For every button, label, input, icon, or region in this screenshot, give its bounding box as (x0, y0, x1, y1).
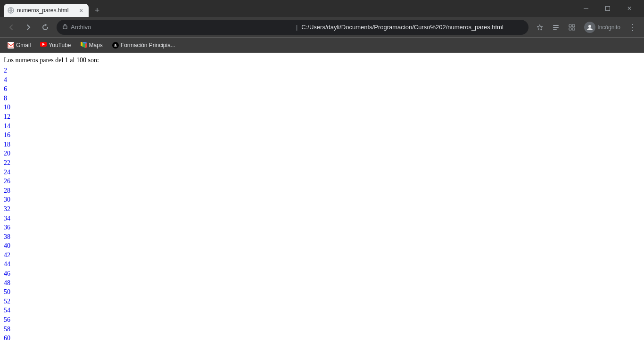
even-number-item: 30 (4, 195, 640, 204)
even-number-item: 44 (4, 260, 640, 269)
svg-rect-14 (8, 42, 14, 49)
active-tab[interactable]: numeros_pares.html ✕ (4, 4, 89, 17)
svg-rect-5 (63, 26, 67, 29)
even-number-item: 22 (4, 158, 640, 168)
svg-rect-8 (553, 29, 557, 30)
address-url: C:/Users/dayli/Documents/Programacion/Cu… (301, 24, 523, 31)
new-tab-button[interactable]: + (91, 4, 104, 17)
address-prefix: Archivo (71, 24, 292, 31)
svg-point-13 (588, 25, 591, 28)
maps-icon (81, 42, 87, 49)
incognito-icon (584, 22, 595, 33)
svg-rect-10 (572, 24, 575, 27)
even-number-item: 6 (4, 84, 640, 94)
forward-button[interactable] (21, 20, 36, 35)
tab-options-button[interactable] (548, 20, 563, 35)
tab-strip: numeros_pares.html ✕ + (4, 0, 575, 17)
bookmark-youtube[interactable]: YouTube (36, 40, 74, 51)
page-content: Los numeros pares del 1 al 100 son: 2468… (0, 53, 644, 343)
even-number-item: 42 (4, 251, 640, 260)
reload-button[interactable] (38, 20, 53, 35)
even-number-item: 12 (4, 112, 640, 122)
bookmark-maps[interactable]: Maps (77, 40, 107, 51)
formacion-label: Formación Principia... (121, 42, 175, 49)
even-number-item: 26 (4, 177, 640, 186)
chrome-menu-button[interactable]: ⋮ (625, 20, 640, 35)
back-button[interactable] (4, 20, 19, 35)
even-number-item: 10 (4, 103, 640, 112)
gmail-label: Gmail (16, 42, 31, 49)
toolbar: Archivo | C:/Users/dayli/Documents/Progr… (0, 17, 644, 38)
even-number-item: 18 (4, 140, 640, 149)
svg-rect-11 (569, 28, 571, 30)
even-number-item: 54 (4, 306, 640, 315)
bookmark-star-button[interactable] (532, 20, 547, 35)
incognito-profile-button[interactable]: Incógnito (580, 20, 624, 35)
svg-rect-7 (553, 27, 559, 28)
even-number-item: 38 (4, 232, 640, 242)
profile-window-button[interactable] (564, 20, 579, 35)
svg-rect-12 (572, 28, 575, 30)
bookmark-gmail[interactable]: Gmail (4, 40, 34, 51)
even-number-item: 4 (4, 75, 640, 85)
maximize-button[interactable] (597, 0, 619, 17)
toolbar-actions: Incógnito ⋮ (532, 20, 640, 35)
even-number-item: 32 (4, 204, 640, 214)
bookmark-formacion[interactable]: a Formación Principia... (108, 40, 179, 51)
even-number-item: 8 (4, 94, 640, 103)
close-button[interactable]: ✕ (619, 0, 640, 17)
even-number-item: 14 (4, 122, 640, 131)
svg-rect-4 (606, 7, 610, 11)
formacion-icon: a (112, 42, 119, 49)
even-number-item: 40 (4, 241, 640, 251)
even-number-item: 16 (4, 131, 640, 140)
even-number-item: 28 (4, 186, 640, 196)
even-numbers-list: 2468101214161820222426283032343638404244… (4, 66, 640, 343)
even-number-item: 34 (4, 214, 640, 223)
page-header: Los numeros pares del 1 al 100 son: (4, 57, 640, 64)
svg-rect-3 (584, 8, 588, 9)
tab-favicon (8, 7, 14, 14)
address-bar[interactable]: Archivo | C:/Users/dayli/Documents/Progr… (57, 20, 528, 35)
even-number-item: 46 (4, 269, 640, 278)
tab-close-button[interactable]: ✕ (77, 7, 85, 14)
even-number-item: 24 (4, 168, 640, 177)
maps-label: Maps (89, 42, 103, 49)
minimize-button[interactable] (575, 0, 597, 17)
svg-rect-9 (569, 24, 571, 27)
chrome-window: numeros_pares.html ✕ + ✕ (0, 0, 644, 343)
incognito-label: Incógnito (597, 24, 620, 31)
even-number-item: 20 (4, 149, 640, 158)
bookmarks-bar: Gmail YouTube Maps (0, 38, 644, 53)
svg-rect-6 (553, 25, 559, 26)
title-bar: numeros_pares.html ✕ + ✕ (0, 0, 644, 17)
youtube-icon (40, 42, 47, 49)
tab-title: numeros_pares.html (17, 7, 74, 14)
youtube-label: YouTube (49, 42, 71, 49)
gmail-icon (8, 42, 14, 49)
even-number-item: 60 (4, 334, 640, 343)
even-number-item: 56 (4, 315, 640, 325)
lock-icon (62, 24, 68, 31)
even-number-item: 50 (4, 287, 640, 297)
even-number-item: 2 (4, 66, 640, 75)
even-number-item: 58 (4, 325, 640, 334)
even-number-item: 36 (4, 223, 640, 232)
even-number-item: 48 (4, 278, 640, 288)
window-controls: ✕ (575, 0, 640, 17)
even-number-item: 52 (4, 297, 640, 306)
